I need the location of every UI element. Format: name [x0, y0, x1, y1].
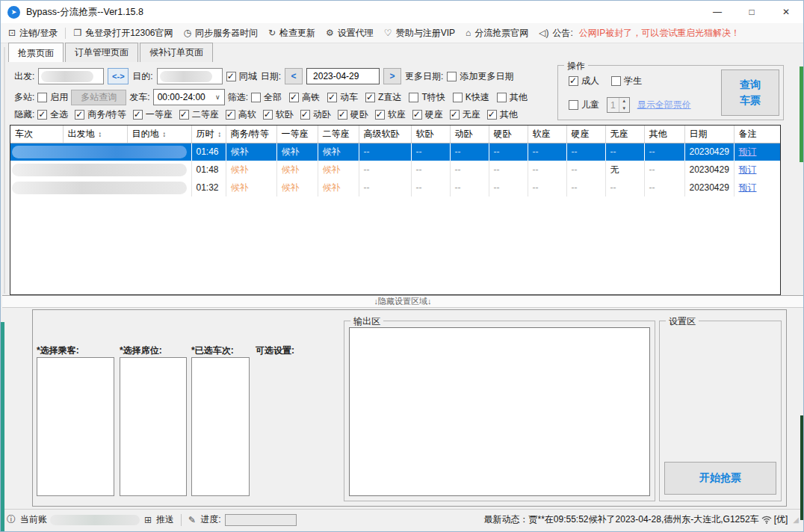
filter-checkbox-4-box[interactable] [409, 93, 418, 102]
add-more-dates-checkbox[interactable]: 添加更多日期 [447, 70, 513, 83]
hide-checkbox-8-box[interactable] [375, 110, 385, 120]
hide-checkbox-6-box[interactable] [300, 110, 310, 120]
filter-checkbox-5[interactable]: K快速 [453, 91, 489, 104]
child-checkbox-box[interactable] [569, 100, 578, 110]
book-link[interactable]: 预订 [739, 164, 757, 175]
passenger-list[interactable] [37, 357, 114, 496]
hide-checkbox-3[interactable]: 二等座 [179, 108, 219, 121]
hide-checkbox-7-box[interactable] [338, 110, 347, 120]
hide-checkbox-9[interactable]: 硬座 [412, 108, 443, 121]
to-input[interactable] [157, 68, 223, 84]
child-checkbox[interactable]: 儿童 [569, 99, 599, 111]
column-header-2[interactable]: 目的地 ↕ [127, 126, 191, 143]
student-checkbox-box[interactable] [611, 76, 621, 86]
main-tab-0[interactable]: 抢票页面 [8, 43, 64, 63]
column-header-11[interactable]: 软座 [528, 126, 566, 143]
output-log-list[interactable] [349, 327, 650, 496]
hide-checkbox-2[interactable]: 一等座 [133, 108, 173, 121]
filter-checkbox-0-box[interactable] [251, 93, 261, 102]
filter-checkbox-6-box[interactable] [497, 93, 507, 102]
column-header-12[interactable]: 硬座 [566, 126, 605, 143]
filter-checkbox-2[interactable]: 动车 [327, 91, 358, 104]
hide-checkbox-0[interactable]: 全选 [37, 108, 68, 121]
column-header-9[interactable]: 动卧 [450, 126, 489, 143]
logout-login[interactable]: ⊡注销/登录 [8, 27, 58, 40]
hide-checkbox-2-box[interactable] [133, 110, 143, 120]
column-header-3[interactable]: 历时 ↕ [191, 126, 226, 143]
add-more-dates-checkbox-box[interactable] [447, 72, 457, 81]
depart-time-select[interactable]: 00:00-24:00 ∨ [153, 89, 225, 105]
main-tab-2[interactable]: 候补订单页面 [140, 43, 213, 62]
main-tab-1[interactable]: 订单管理页面 [65, 43, 138, 62]
book-link[interactable]: 预订 [739, 146, 757, 157]
column-header-13[interactable]: 无座 [605, 126, 644, 143]
set-proxy[interactable]: ⚙设置代理 [326, 27, 374, 40]
hide-checkbox-3-box[interactable] [179, 110, 189, 120]
hide-checkbox-1-box[interactable] [75, 110, 84, 120]
swap-stations-button[interactable]: <-> [108, 68, 129, 84]
hide-checkbox-10[interactable]: 无座 [450, 108, 480, 121]
column-header-14[interactable]: 其他 [644, 126, 684, 143]
hide-checkbox-5[interactable]: 软卧 [263, 108, 294, 121]
same-city-checkbox[interactable]: 同城 [226, 70, 257, 83]
train-row[interactable]: 01:48候补候补候补------------无--20230429预订 [10, 161, 780, 179]
sponsor-vip[interactable]: ♡赞助与注册VIP [384, 27, 455, 40]
prev-date-button[interactable]: < [285, 68, 303, 84]
hide-checkbox-11[interactable]: 其他 [487, 108, 518, 121]
column-header-6[interactable]: 二等座 [318, 126, 359, 143]
column-header-1[interactable]: 出发地 ↕ [63, 126, 127, 143]
maximize-button[interactable]: □ [735, 1, 769, 23]
spin-down-icon[interactable]: ▼ [619, 105, 629, 113]
hide-checkbox-4-box[interactable] [226, 110, 235, 120]
same-city-checkbox-box[interactable] [226, 72, 236, 81]
adult-checkbox-box[interactable] [569, 76, 578, 86]
sync-server-time[interactable]: ◷同步服务器时间 [184, 27, 258, 40]
filter-checkbox-3-box[interactable] [365, 93, 375, 102]
spin-up-icon[interactable]: ▲ [619, 98, 629, 105]
hide-checkbox-10-box[interactable] [450, 110, 460, 120]
filter-checkbox-5-box[interactable] [453, 93, 463, 102]
hide-checkbox-7[interactable]: 硬卧 [338, 108, 368, 121]
stepper-arrows[interactable]: ▲▼ [619, 98, 629, 112]
column-header-4[interactable]: 商务/特等 [226, 126, 276, 143]
show-all-prices-link[interactable]: 显示全部票价 [637, 99, 691, 111]
filter-checkbox-1[interactable]: 高铁 [289, 91, 320, 104]
hide-settings-divider[interactable]: ↓隐藏设置区域↓ [2, 295, 803, 308]
multi-station-query-button[interactable]: 多站查询 [71, 90, 126, 105]
column-header-7[interactable]: 高级软卧 [359, 126, 411, 143]
from-input[interactable] [38, 68, 104, 84]
train-row[interactable]: 01:32候补候补候补----------------20230429预订 [10, 179, 780, 197]
hide-checkbox-9-box[interactable] [412, 110, 422, 120]
start-grabbing-button[interactable]: 开始抢票 [664, 462, 776, 495]
student-checkbox[interactable]: 学生 [611, 75, 642, 87]
filter-checkbox-3[interactable]: Z直达 [365, 91, 401, 104]
date-input[interactable]: 2023-04-29 [306, 68, 380, 84]
filter-checkbox-4[interactable]: T特快 [409, 91, 445, 104]
close-button[interactable]: ✕ [769, 1, 803, 23]
hide-checkbox-0-box[interactable] [37, 110, 47, 120]
column-header-8[interactable]: 软卧 [411, 126, 450, 143]
seat-list[interactable] [120, 357, 187, 496]
column-header-15[interactable]: 日期 [684, 126, 734, 143]
announcement[interactable]: ◁)公告: [539, 27, 573, 40]
column-header-16[interactable]: 备注 [734, 126, 780, 143]
push-label[interactable]: 推送 [156, 513, 174, 526]
filter-checkbox-6[interactable]: 其他 [497, 91, 528, 104]
filter-checkbox-2-box[interactable] [327, 93, 337, 102]
child-count-stepper[interactable]: 1 ▲▼ [607, 97, 630, 113]
train-row[interactable]: 01:46候补候补候补----------------20230429预订 [10, 143, 780, 161]
hide-checkbox-8[interactable]: 软座 [375, 108, 406, 121]
check-update[interactable]: ↻检查更新 [268, 27, 315, 40]
open-12306[interactable]: ❐免登录打开12306官网 [73, 27, 173, 40]
column-header-5[interactable]: 一等座 [276, 126, 318, 143]
selected-trains-list[interactable] [191, 357, 250, 496]
book-link[interactable]: 预订 [739, 182, 757, 193]
hide-checkbox-11-box[interactable] [487, 110, 497, 120]
hide-checkbox-4[interactable]: 高软 [226, 108, 256, 121]
column-header-10[interactable]: 硬卧 [489, 126, 528, 143]
next-date-button[interactable]: > [383, 68, 401, 84]
enable-multi-checkbox-box[interactable] [37, 93, 47, 102]
hide-checkbox-6[interactable]: 动卧 [300, 108, 331, 121]
enable-multi-checkbox[interactable]: 启用 [37, 91, 68, 104]
hide-checkbox-5-box[interactable] [263, 110, 273, 120]
